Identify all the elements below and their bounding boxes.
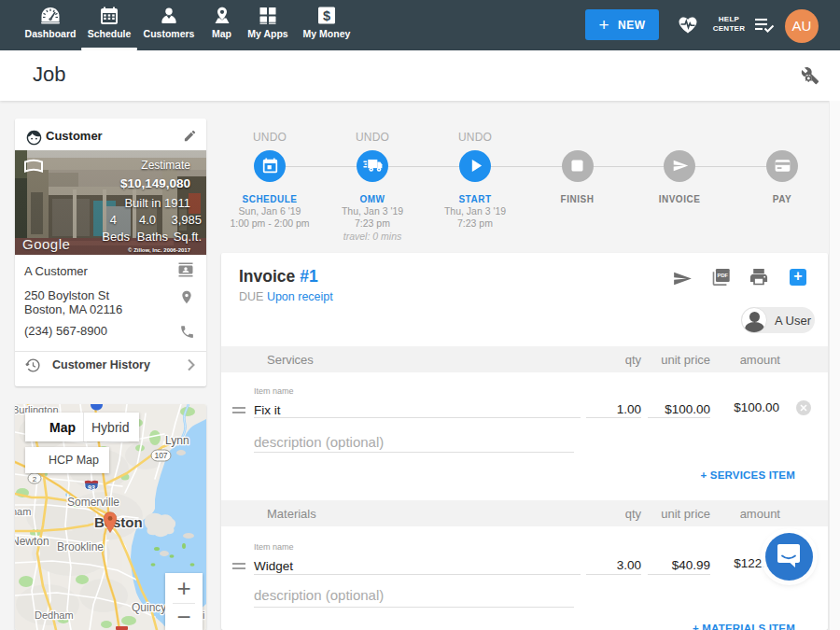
svg-text:Brookline: Brookline: [57, 540, 104, 553]
svg-text:Somerville: Somerville: [67, 496, 119, 509]
svg-text:PDF: PDF: [718, 273, 729, 278]
svg-text:Quincy: Quincy: [132, 601, 166, 614]
svg-text:Boston: Boston: [94, 514, 143, 530]
svg-text:ham: ham: [15, 506, 31, 517]
svg-text:Lynn: Lynn: [165, 434, 189, 447]
svg-text:$: $: [323, 8, 330, 23]
svg-text:107: 107: [154, 451, 167, 460]
svg-text:Dedham: Dedham: [35, 609, 74, 621]
svg-text:93: 93: [88, 484, 95, 491]
svg-text:2: 2: [33, 475, 37, 483]
svg-text:Newton: Newton: [15, 535, 49, 548]
